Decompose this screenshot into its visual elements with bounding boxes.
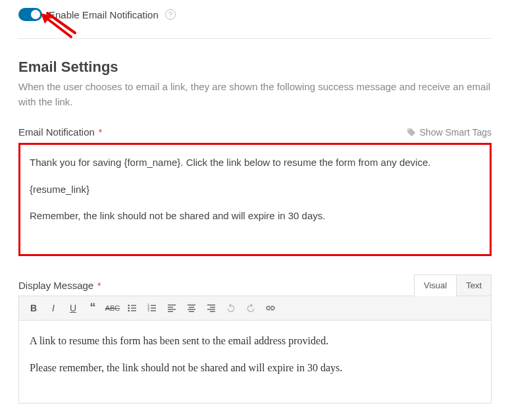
email-notification-textarea[interactable]: Thank you for saving {form_name}. Click … xyxy=(18,143,492,256)
align-right-button[interactable] xyxy=(202,299,220,317)
svg-rect-18 xyxy=(188,309,195,309)
svg-rect-23 xyxy=(210,311,215,311)
tab-text[interactable]: Text xyxy=(456,275,492,296)
svg-rect-12 xyxy=(168,304,176,305)
italic-button[interactable]: I xyxy=(44,299,63,317)
strikethrough-button[interactable]: ABC xyxy=(103,299,122,317)
enable-email-label: Enable Email Notification xyxy=(49,9,159,20)
svg-point-0 xyxy=(128,304,130,306)
align-right-icon xyxy=(206,303,217,313)
svg-rect-22 xyxy=(207,309,215,309)
section-title: Email Settings xyxy=(18,59,492,76)
link-button[interactable] xyxy=(261,299,280,317)
display-msg-line1: A link to resume this form has been sent… xyxy=(30,332,480,350)
align-left-icon xyxy=(166,303,177,313)
help-icon[interactable]: ? xyxy=(165,9,176,20)
enable-email-toggle[interactable] xyxy=(18,8,42,21)
blockquote-button[interactable]: “ xyxy=(84,299,102,317)
numbered-list-button[interactable]: 123 xyxy=(143,299,161,317)
display-message-label: Display Message xyxy=(18,280,93,291)
svg-rect-14 xyxy=(168,309,176,309)
email-notif-line1: Thank you for saving {form_name}. Click … xyxy=(30,155,480,171)
tag-icon xyxy=(407,128,416,137)
numbered-list-icon: 123 xyxy=(147,303,157,313)
svg-point-4 xyxy=(128,309,130,311)
underline-button[interactable]: U xyxy=(64,299,82,317)
display-msg-line2: Please remember, the link should not be … xyxy=(30,359,480,377)
redo-icon xyxy=(245,303,256,313)
svg-rect-15 xyxy=(168,311,173,311)
svg-rect-21 xyxy=(210,307,215,307)
undo-icon xyxy=(226,303,236,313)
svg-rect-5 xyxy=(131,310,136,311)
align-center-icon xyxy=(186,303,197,313)
bold-button[interactable]: B xyxy=(24,299,43,317)
email-notif-line3: Remember, the link should not be shared … xyxy=(30,209,480,224)
svg-text:3: 3 xyxy=(147,309,149,312)
svg-rect-3 xyxy=(131,307,136,308)
svg-rect-17 xyxy=(189,307,194,307)
smart-tags-label: Show Smart Tags xyxy=(420,127,492,138)
email-notif-label: Email Notification xyxy=(18,126,95,138)
required-mark: * xyxy=(97,280,101,291)
email-notif-line2: {resume_link} xyxy=(30,182,480,197)
editor-content[interactable]: A link to resume this form has been sent… xyxy=(19,321,491,403)
show-smart-tags-button[interactable]: Show Smart Tags xyxy=(407,127,492,138)
svg-rect-1 xyxy=(131,305,136,305)
svg-rect-19 xyxy=(189,311,194,311)
required-mark: * xyxy=(99,127,102,138)
svg-rect-16 xyxy=(188,304,195,305)
undo-button[interactable] xyxy=(222,299,240,317)
svg-point-2 xyxy=(128,307,130,309)
tab-visual[interactable]: Visual xyxy=(414,275,457,296)
svg-rect-7 xyxy=(151,305,156,305)
align-center-button[interactable] xyxy=(182,299,201,317)
svg-rect-13 xyxy=(168,307,173,307)
bullet-list-icon xyxy=(127,303,138,313)
display-message-editor: B I U “ ABC 123 A link to resume this f xyxy=(18,296,492,404)
link-icon xyxy=(265,303,276,313)
section-description: When the user chooses to email a link, t… xyxy=(18,80,492,109)
svg-rect-11 xyxy=(151,310,156,311)
bullet-list-button[interactable] xyxy=(123,299,141,317)
align-left-button[interactable] xyxy=(163,299,181,317)
editor-toolbar: B I U “ ABC 123 xyxy=(19,296,491,321)
svg-rect-20 xyxy=(207,304,215,305)
redo-button[interactable] xyxy=(242,299,260,317)
svg-rect-9 xyxy=(151,307,156,308)
